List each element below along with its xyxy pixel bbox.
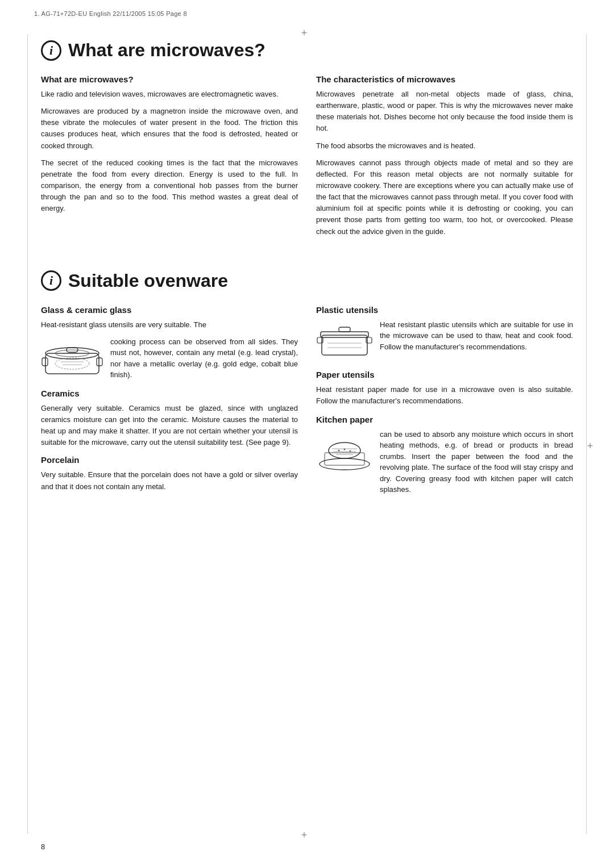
section1-left-heading: What are microwaves? <box>41 74 298 84</box>
kitchen-paper-image <box>316 429 373 471</box>
reg-mark-top <box>298 27 310 39</box>
svg-rect-5 <box>97 358 102 366</box>
glass-with-image: cooking process can be observed from all… <box>41 336 298 382</box>
section2-title-text: Suitable ovenware <box>68 270 228 291</box>
svg-point-23 <box>344 448 346 450</box>
glass-image-text: cooking process can be observed from all… <box>110 336 298 382</box>
section1-left-p3: The secret of the reduced cooking times … <box>41 157 298 215</box>
ceramics-heading: Ceramics <box>41 389 298 398</box>
page-header: 1. AG-71+72D-EU English 22/11/2005 15:05… <box>34 10 187 17</box>
glass-dish-svg <box>41 336 103 382</box>
info-icon-2: i <box>41 270 61 291</box>
svg-rect-9 <box>322 335 367 355</box>
paper-section: Paper utensils Heat resistant paper made… <box>316 370 573 407</box>
svg-point-16 <box>320 458 370 470</box>
ceramics-section: Ceramics Generally very suitable. Cerami… <box>41 389 298 449</box>
section1-columns: What are microwaves? Like radio and tele… <box>41 74 573 243</box>
ceramics-text: Generally very suitable. Ceramics must b… <box>41 403 298 449</box>
reg-mark-right <box>584 440 596 452</box>
section1-right-p3: Microwaves cannot pass through objects m… <box>316 157 573 237</box>
reg-mark-bottom <box>298 829 310 841</box>
svg-rect-4 <box>42 358 48 366</box>
section-ovenware: i Suitable ovenware Glass & ceramic glas… <box>41 270 573 500</box>
paper-text: Heat resistant paper made for use in a m… <box>316 384 573 407</box>
section2-title: i Suitable ovenware <box>41 270 573 291</box>
section1-left-p2: Microwaves are produced by a magnetron i… <box>41 106 298 152</box>
porcelain-text: Very suitable. Ensure that the porcelain… <box>41 469 298 492</box>
plastic-svg <box>316 319 373 362</box>
svg-point-24 <box>350 450 351 452</box>
section1-left-p1: Like radio and television waves, microwa… <box>41 89 298 100</box>
plastic-image-text: Heat resistant plastic utensils which ar… <box>380 319 573 362</box>
svg-point-6 <box>55 358 89 369</box>
section1-right-col: The characteristics of microwaves Microw… <box>316 74 573 243</box>
kitchen-paper-heading: Kitchen paper <box>316 415 573 424</box>
plastic-heading: Plastic utensils <box>316 305 573 315</box>
plastic-with-image: Heat resistant plastic utensils which ar… <box>316 319 573 362</box>
section2-left-col: Glass & ceramic glass Heat-resistant gla… <box>41 305 298 500</box>
border-left <box>27 34 28 834</box>
paper-heading: Paper utensils <box>316 370 573 379</box>
glass-dish-image <box>41 336 103 382</box>
porcelain-section: Porcelain Very suitable. Ensure that the… <box>41 455 298 492</box>
page-number: 8 <box>41 842 45 851</box>
section1-right-p1: Microwaves penetrate all non-metal objec… <box>316 89 573 135</box>
svg-rect-0 <box>45 353 99 374</box>
section1-title: i What are microwaves? <box>41 40 573 61</box>
kitchen-paper-svg <box>316 429 373 471</box>
section-microwaves: i What are microwaves? What are microwav… <box>41 40 573 243</box>
plastic-image <box>316 319 373 362</box>
svg-point-22 <box>338 449 340 451</box>
porcelain-heading: Porcelain <box>41 455 298 465</box>
border-right <box>586 34 587 834</box>
kitchen-paper-with-image: can be used to absorb any moisture which… <box>316 429 573 495</box>
section1-left-col: What are microwaves? Like radio and tele… <box>41 74 298 243</box>
svg-rect-10 <box>321 332 368 337</box>
info-icon-1: i <box>41 40 61 61</box>
section1-right-heading: The characteristics of microwaves <box>316 74 573 84</box>
section1-right-p2: The food absorbs the microwaves and is h… <box>316 140 573 152</box>
svg-rect-11 <box>339 327 350 332</box>
section2-right-col: Plastic utensils <box>316 305 573 500</box>
glass-section: Heat-resistant glass utensils are very s… <box>41 319 298 382</box>
kitchen-paper-section: Kitchen paper <box>316 415 573 495</box>
section2-columns: Glass & ceramic glass Heat-resistant gla… <box>41 305 573 500</box>
svg-point-18 <box>329 443 360 458</box>
kitchen-paper-image-text: can be used to absorb any moisture which… <box>380 429 573 495</box>
glass-text-before: Heat-resistant glass utensils are very s… <box>41 319 298 331</box>
glass-heading: Glass & ceramic glass <box>41 305 298 315</box>
section1-title-text: What are microwaves? <box>68 40 265 61</box>
plastic-section: Plastic utensils <box>316 305 573 362</box>
